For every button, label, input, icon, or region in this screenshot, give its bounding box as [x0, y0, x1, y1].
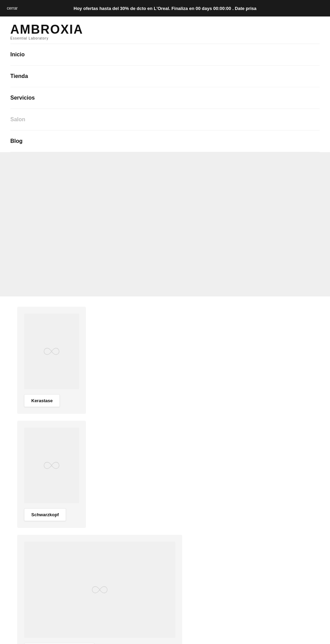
nav-item-inicio[interactable]: Inicio: [10, 44, 320, 66]
brand-label-schwarzkopf: Schwarzkopf: [24, 508, 66, 521]
nav-item-salon: Salon: [10, 109, 320, 131]
nav-item-servicios[interactable]: Servicios: [10, 87, 320, 109]
nav-item-blog[interactable]: Blog: [10, 131, 320, 152]
announcement-bar: cerrar Hoy ofertas hasta del 30% de dcto…: [0, 0, 330, 16]
infinity-icon: [43, 346, 60, 357]
brand-card-authentic[interactable]: Authentic Beauty Concept: [17, 535, 182, 644]
brand-label-kerastase: Kerastase: [24, 394, 60, 407]
brand-card-schwarzkopf[interactable]: Schwarzkopf: [17, 421, 86, 528]
brand-image-kerastase: [24, 314, 79, 389]
brand-image-authentic: [24, 542, 175, 638]
brand-image-schwarzkopf: [24, 428, 79, 503]
brands-section: Kerastase Schwarzkopf Authentic Beauty C…: [0, 296, 330, 644]
nav-item-tienda[interactable]: Tienda: [10, 66, 320, 87]
logo-area: AMBROXIA Essential Laboratory: [10, 16, 320, 44]
infinity-icon: [43, 460, 60, 471]
announcement-text: Hoy ofertas hasta del 30% de dcto en L'O…: [74, 6, 256, 11]
infinity-icon: [91, 585, 108, 595]
hero-banner: [0, 152, 330, 296]
logo-sub: Essential Laboratory: [10, 36, 320, 40]
close-button[interactable]: cerrar: [7, 6, 18, 11]
logo-name: AMBROXIA: [10, 23, 320, 36]
nav-items: Inicio Tienda Servicios Salon Blog: [10, 44, 320, 152]
brand-card-kerastase[interactable]: Kerastase: [17, 307, 86, 414]
navigation: AMBROXIA Essential Laboratory Inicio Tie…: [0, 16, 330, 152]
